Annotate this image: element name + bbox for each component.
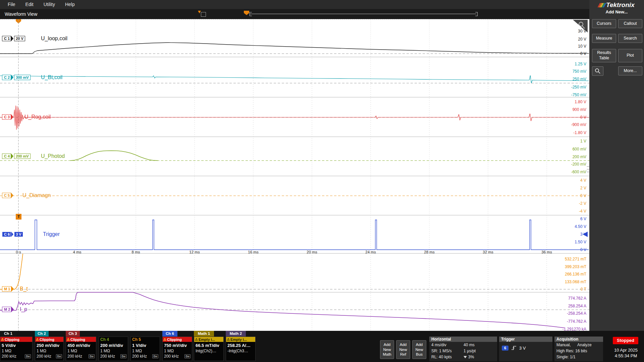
menu-item-file[interactable]: File (3, 0, 20, 9)
scale-label-c1: 10 V (578, 44, 586, 48)
panel-button-measure[interactable]: Measure (592, 34, 616, 43)
search-icon (595, 68, 601, 74)
trigger-panel[interactable]: Trigger 6 3 V (499, 337, 552, 361)
scale-label-c6: 0 V (580, 248, 586, 252)
channel-badge-c6[interactable]: C 63 V (2, 231, 23, 237)
channel-tab-ch3[interactable]: Ch 3 (66, 331, 80, 337)
acquisition-resolution: High Res: 16 bits (556, 349, 587, 353)
channel-tab-ch6[interactable]: Ch 6 (162, 331, 177, 337)
menu-item-help[interactable]: Help (60, 0, 80, 9)
channel-tab-ch1[interactable]: Ch 1 (0, 331, 16, 337)
channel-name-m1: B_t (20, 286, 28, 292)
waveform-view-bar: Waveform View (0, 9, 589, 19)
scale-label-c4: -600 mV (571, 170, 586, 174)
time-axis-label: 24 ms (365, 250, 376, 254)
add-new-button-add-new-bus[interactable]: Add New Bus (412, 340, 426, 359)
add-new-button-add-new-ref[interactable]: Add New Ref (396, 340, 410, 359)
run-stop-status[interactable]: Stopped (613, 337, 638, 344)
scale-label-m1: 532.271 mT (565, 257, 586, 261)
trigger-source-marker[interactable]: T (16, 214, 21, 220)
card-row: 66.5 mT/div (194, 342, 223, 348)
scale-label-c3: 0 V (580, 115, 586, 119)
card-header: ⚠Empty i... (194, 337, 223, 342)
plot-labels: 30 V20 V10 V0 VC 120 VU_loop,coil1.25 V7… (0, 19, 589, 331)
panel-button-plot[interactable]: Plot (618, 49, 642, 62)
warning-icon: ⚠ (36, 338, 39, 341)
card-row: 1 MΩ (0, 348, 32, 353)
menu-bar: FileEditUtilityHelp (0, 0, 589, 9)
waveform-plot[interactable]: 30 V20 V10 V0 VC 120 VU_loop,coil1.25 V7… (0, 19, 589, 331)
channel-card-6[interactable]: ⚠Empty i...66.5 mT/divIntg(Ch2)… (194, 337, 224, 361)
pan-position-marker[interactable] (244, 11, 249, 15)
channel-badge-c4[interactable]: C 4200 mV (2, 153, 31, 159)
date-label: 10 Apr 2025 (608, 347, 643, 353)
card-row: 1 MΩ (66, 348, 96, 353)
menu-item-edit[interactable]: Edit (20, 0, 39, 9)
scale-label-c5: 2 V (580, 186, 586, 190)
channel-card-5[interactable]: ⚠Clipping750 mV/div1 MΩ200 kHzBw (162, 337, 192, 361)
channel-card-7[interactable]: ⚠Empty i...258.25 A/…-Intg(Ch3… (226, 337, 256, 361)
channel-badge-c2[interactable]: C 2300 mV (2, 74, 31, 80)
time-axis-label: 0 s (16, 250, 21, 254)
channel-card-4[interactable]: Ch 51 V/div1 MΩ200 kHzBw (130, 337, 160, 361)
scale-label-m1: 266.136 mT (565, 272, 586, 276)
panel-button-results-table[interactable]: Results Table (592, 49, 616, 62)
channel-tab-ch2[interactable]: Ch 2 (35, 331, 49, 337)
card-header: ⚠Clipping (66, 337, 96, 342)
card-row: 1 MΩ (131, 348, 160, 353)
card-row: 1 MΩ (163, 348, 192, 353)
scale-label-c4: 200 mV (573, 155, 586, 159)
card-row: Intg(Ch2)… (194, 348, 223, 353)
zoom-mode-button[interactable] (592, 66, 603, 76)
scale-label-c2: 750 mV (573, 69, 586, 73)
channel-name-c1: U_loop,coil (41, 36, 67, 42)
overview-icon[interactable] (201, 12, 206, 17)
channel-name-c2: U_Bt,coil (41, 74, 62, 80)
scale-label-c1: 20 V (578, 37, 586, 41)
panel-button-cursors[interactable]: Cursors (592, 19, 616, 28)
menu-item-utility[interactable]: Utility (39, 0, 60, 9)
channel-card-1[interactable]: ⚠Clipping250 mV/div1 MΩ200 kHzBw (35, 337, 64, 361)
pan-track[interactable] (250, 14, 476, 14)
channel-badge-c3[interactable]: C 3 (2, 114, 14, 120)
panel-button-callout[interactable]: Callout (618, 19, 642, 28)
pan-bracket-left[interactable] (250, 12, 252, 16)
channel-tab-math2[interactable]: Math 2 (226, 331, 246, 337)
channel-badge-m1[interactable]: M 1 (2, 286, 14, 292)
pan-bracket-right[interactable] (475, 12, 478, 16)
time-axis-label: 4 ms (73, 250, 82, 254)
horizontal-title: Horizontal (429, 337, 497, 342)
acquisition-panel[interactable]: Acquisition Manual,Analyze High Res: 16 … (554, 337, 603, 361)
channel-badge-c1[interactable]: C 120 V (2, 36, 25, 42)
panel-button-search[interactable]: Search (618, 34, 642, 43)
bandwidth-icon: Bw (120, 354, 126, 358)
scale-label-c1: 0 V (580, 52, 586, 56)
panel-splitter[interactable] (587, 166, 589, 175)
channel-badge-m2[interactable]: M 2 (2, 306, 14, 312)
card-row: 258.25 A/… (226, 342, 255, 348)
acquisition-title: Acquisition (554, 337, 603, 342)
channel-card-2[interactable]: ⚠Clipping450 mV/div1 MΩ200 kHzBw (66, 337, 96, 361)
horizontal-position: 3% (468, 355, 474, 359)
card-row: 200 kHzBw (35, 353, 63, 359)
add-new-button-add-new-math[interactable]: Add New Math (380, 340, 394, 359)
horizontal-panel[interactable]: Horizontal 4 ms/div40 ms SR: 1 MS/s1 µs/… (429, 337, 497, 361)
channel-name-c6: Trigger (43, 231, 60, 237)
scale-label-c3: -1.80 V (573, 131, 586, 135)
clock[interactable]: 10 Apr 2025 4:55:34 PM (608, 347, 643, 359)
trigger-level-arrow[interactable] (583, 232, 588, 237)
channel-badge-c5[interactable]: C 5 (2, 192, 14, 198)
channel-tab-math1[interactable]: Math 1 (194, 331, 214, 337)
record-length: RL: 40 kpts (431, 355, 464, 359)
channel-card-0[interactable]: ⚠Clipping5 V/div1 MΩ200 kHzBw (0, 337, 33, 361)
scale-label-c5: -2 V (579, 201, 586, 205)
channel-card-3[interactable]: Ch 4200 mV/div1 MΩ200 kHzBw (99, 337, 128, 361)
sample-rate: SR: 1 MS/s (431, 349, 464, 353)
scale-label-c3: -900 mV (571, 123, 586, 127)
scale-label-c3: 900 mV (573, 108, 586, 112)
trigger-source-chip[interactable]: 6 (502, 346, 508, 351)
more-button[interactable]: More... (618, 66, 642, 75)
warning-icon: ⚠ (1, 338, 4, 341)
overview-marker-icon (198, 11, 201, 13)
right-panel-buttons: CursorsCalloutMeasureSearchResults Table… (589, 0, 644, 331)
